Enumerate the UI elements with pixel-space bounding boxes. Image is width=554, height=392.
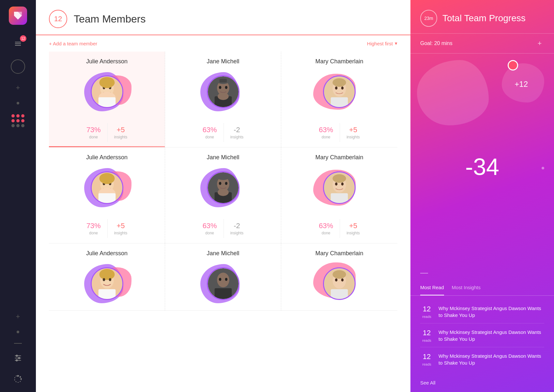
tab-most-read[interactable]: Most Read: [420, 280, 444, 295]
insights-stat: -2 insights: [224, 219, 250, 238]
toolbar: + Add a team member Highest first ▾: [36, 35, 410, 52]
svg-point-26: [218, 93, 229, 100]
page-title: Team Members: [74, 13, 146, 25]
add-icon[interactable]: +: [16, 84, 20, 92]
member-name: Mary Chamberlain: [288, 250, 391, 257]
reads-label: reads: [422, 362, 431, 366]
nav-dot: [17, 102, 19, 104]
svg-point-52: [341, 182, 344, 185]
sliders-icon[interactable]: [13, 353, 23, 365]
members-grid: Julie Andersson: [36, 52, 410, 392]
sort-label: Highest first: [367, 41, 393, 46]
member-stats: 63% done +5 insights: [288, 219, 391, 238]
stats-visualization: +12 -34: [410, 54, 554, 280]
members-row-3: Julie Andersson: [49, 243, 397, 311]
svg-point-58: [109, 278, 111, 281]
insights-stat: -2 insights: [224, 123, 250, 142]
svg-point-23: [219, 86, 221, 89]
member-count-badge: 12: [49, 10, 67, 28]
svg-point-43: [217, 174, 229, 180]
insights-label: insights: [230, 231, 244, 235]
svg-point-67: [332, 270, 346, 279]
member-card[interactable]: Julie Andersson: [49, 52, 165, 147]
member-name: Jane Michell: [172, 250, 274, 257]
svg-point-10: [17, 375, 19, 377]
insights-stat: +5 insights: [340, 123, 366, 142]
member-card[interactable]: Jane Michell: [165, 243, 281, 310]
main-content: 12 Team Members + Add a team member High…: [36, 0, 410, 392]
reading-item[interactable]: 12 reads Why Mckinsey Strategist Angus D…: [420, 349, 544, 371]
svg-point-44: [219, 182, 221, 185]
svg-point-31: [335, 86, 338, 89]
avatar: [91, 75, 123, 108]
member-card[interactable]: Julie Andersson: [49, 243, 165, 310]
avatar-wrap: [199, 69, 248, 118]
svg-point-62: [219, 278, 221, 281]
add-bottom-icon[interactable]: +: [16, 312, 20, 321]
member-card[interactable]: Mary Chamberlain: [281, 148, 397, 243]
done-stat: 63% done: [312, 123, 340, 142]
insights-label: insights: [114, 135, 128, 139]
done-value: 63%: [203, 222, 217, 230]
avatar-wrap: [199, 165, 248, 214]
member-name: Jane Michell: [172, 58, 274, 65]
insights-value: +5: [114, 126, 128, 134]
avatar-wrap: [83, 69, 131, 118]
svg-point-11: [20, 377, 21, 377]
member-stats: 63% done -2 insights: [172, 219, 274, 238]
add-member-button[interactable]: + Add a team member: [49, 41, 97, 46]
loader-icon[interactable]: [13, 374, 23, 385]
grid-icon[interactable]: [11, 114, 24, 127]
svg-point-56: [99, 269, 115, 280]
svg-point-68: [335, 278, 338, 281]
expand-icon[interactable]: +: [535, 39, 544, 48]
avatar: [91, 267, 123, 300]
member-card[interactable]: Jane Michell: [165, 148, 281, 243]
member-card[interactable]: Mary Chamberlain: [281, 52, 397, 147]
reading-title: Why Mckinsey Strategist Angus Dawson Wan…: [439, 329, 544, 342]
done-value: 73%: [86, 222, 101, 230]
member-name: Julie Andersson: [55, 58, 158, 65]
done-value: 63%: [319, 222, 333, 230]
svg-rect-18: [98, 97, 115, 107]
sort-control[interactable]: Highest first ▾: [367, 40, 397, 46]
avatar: [323, 75, 356, 108]
main-value: -34: [465, 153, 499, 180]
reading-title: Why Mckinsey Strategist Angus Dawson Wan…: [439, 353, 544, 366]
insights-value: -2: [230, 222, 244, 230]
insights-stat: +5 insights: [108, 219, 134, 238]
tab-most-insights[interactable]: Most Insights: [452, 280, 481, 295]
member-name: Julie Andersson: [55, 154, 158, 161]
member-card[interactable]: Mary Chamberlain: [281, 243, 397, 310]
member-stats: 73% done +5 insights: [55, 219, 158, 238]
reading-item[interactable]: 12 reads Why Mckinsey Strategist Angus D…: [420, 301, 544, 323]
done-value: 63%: [319, 126, 333, 134]
member-card[interactable]: Julie Andersson: [49, 148, 165, 243]
member-card[interactable]: Jane Michell: [165, 52, 281, 147]
goal-text: Goal: 20 mins: [420, 40, 453, 46]
highlight-dot: [508, 60, 518, 71]
app-logo[interactable]: [9, 7, 27, 25]
page-header: 12 Team Members: [36, 0, 410, 35]
nav-badge-wrap: 12: [12, 38, 24, 50]
avatar-wrap: [315, 261, 364, 300]
avatar: [207, 267, 239, 300]
member-name: Mary Chamberlain: [288, 58, 391, 65]
progress-header: 23m Total Team Progress: [410, 0, 554, 34]
insights-stat: +5 insights: [340, 219, 366, 238]
svg-rect-59: [98, 289, 115, 299]
svg-point-50: [332, 174, 346, 183]
reads-label: reads: [422, 315, 431, 319]
svg-point-51: [335, 182, 338, 185]
reading-list: 12 reads Why Mckinsey Strategist Angus D…: [410, 296, 554, 376]
insights-label: insights: [346, 231, 360, 235]
member-name: Mary Chamberlain: [288, 154, 391, 161]
reads-label: reads: [422, 338, 431, 342]
done-stat: 63% done: [196, 123, 224, 142]
reading-item[interactable]: 12 reads Why Mckinsey Strategist Angus D…: [420, 325, 544, 347]
reads-count: 12 reads: [420, 353, 433, 367]
panel-tabs: Most Read Most Insights: [410, 280, 554, 296]
see-all-button[interactable]: See All: [410, 376, 554, 392]
profile-avatar[interactable]: [11, 59, 25, 74]
done-label: done: [203, 231, 217, 235]
